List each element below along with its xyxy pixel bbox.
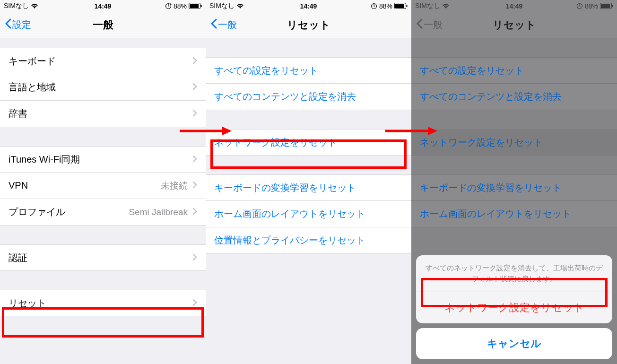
- row-label: VPN: [9, 180, 161, 191]
- row-reset-all-settings[interactable]: すべての設定をリセット: [206, 57, 411, 84]
- row-certificates[interactable]: 認証: [0, 244, 206, 271]
- row-label: ネットワーク設定をリセット: [420, 136, 608, 149]
- row-value: 未接続: [161, 180, 188, 192]
- row-reset-home-layout[interactable]: ホーム画面のレイアウトをリセット: [206, 201, 411, 227]
- row-erase-all-content: すべてのコンテンツと設定を消去: [411, 84, 617, 110]
- row-label: 位置情報とプライバシーをリセット: [214, 234, 403, 247]
- status-bar: SIMなし 14:49 88%: [0, 0, 206, 12]
- action-sheet: すべてのネットワーク設定を消去して、工場出荷時のデフォルト状態に戻します。 ネッ…: [416, 255, 612, 359]
- row-vpn[interactable]: VPN 未接続: [0, 173, 206, 199]
- screen-reset: SIMなし 14:49 88% 一般 リセット すべての設定をリセット: [206, 0, 411, 364]
- row-reset[interactable]: リセット: [0, 290, 206, 316]
- row-value: Semi Jailbreak: [129, 207, 188, 217]
- row-reset-network: ネットワーク設定をリセット: [411, 129, 617, 156]
- sheet-cancel-button[interactable]: キャンセル: [416, 328, 612, 359]
- row-label: リセット: [9, 297, 192, 310]
- row-reset-keyboard-dict[interactable]: キーボードの変換学習をリセット: [206, 174, 411, 201]
- row-label: ホーム画面のレイアウトをリセット: [214, 208, 403, 220]
- row-reset-location-privacy[interactable]: 位置情報とプライバシーをリセット: [206, 227, 411, 254]
- row-label: キーボード: [9, 55, 192, 68]
- nav-title: 一般: [0, 18, 206, 32]
- row-label: すべての設定をリセット: [420, 64, 608, 77]
- chevron-right-icon: [192, 82, 197, 93]
- row-label: すべてのコンテンツと設定を消去: [214, 90, 403, 103]
- clock: 14:49: [0, 2, 206, 10]
- clock: 14:49: [206, 2, 411, 10]
- chevron-right-icon: [192, 298, 197, 309]
- row-keyboard[interactable]: キーボード: [0, 48, 206, 74]
- screen-reset-confirm: SIMなし 14:49 88% 一般 リセット すべての設定をリセット: [411, 0, 617, 364]
- clock: 14:49: [411, 2, 617, 10]
- sheet-message: すべてのネットワーク設定を消去して、工場出荷時のデフォルト状態に戻します。: [416, 255, 612, 292]
- navbar: 設定 一般: [0, 12, 206, 38]
- row-label: プロファイル: [9, 206, 129, 218]
- navbar: 一般 リセット: [206, 12, 411, 38]
- navbar: 一般 リセット: [411, 12, 617, 38]
- row-label: キーボードの変換学習をリセット: [420, 182, 608, 194]
- row-label: すべてのコンテンツと設定を消去: [420, 90, 608, 103]
- nav-title: リセット: [411, 18, 617, 32]
- row-label: 言語と地域: [9, 81, 192, 94]
- chevron-right-icon: [192, 154, 197, 165]
- row-reset-all-settings: すべての設定をリセット: [411, 57, 617, 84]
- chevron-right-icon: [192, 56, 197, 67]
- sheet-confirm-button[interactable]: ネットワーク設定をリセット: [416, 292, 612, 323]
- row-label: キーボードの変換学習をリセット: [214, 182, 403, 194]
- row-label: ネットワーク設定をリセット: [214, 136, 403, 149]
- row-dictionary[interactable]: 辞書: [0, 101, 206, 127]
- nav-title: リセット: [206, 18, 411, 32]
- row-label: iTunes Wi-Fi同期: [9, 153, 192, 166]
- row-label: 認証: [9, 251, 192, 264]
- chevron-right-icon: [192, 207, 197, 217]
- row-reset-keyboard-dict: キーボードの変換学習をリセット: [411, 174, 617, 201]
- screen-general: SIMなし 14:49 88% 設定 一般 キーボード: [0, 0, 206, 364]
- chevron-right-icon: [192, 252, 197, 263]
- row-itunes-wifi-sync[interactable]: iTunes Wi-Fi同期: [0, 146, 206, 173]
- status-bar: SIMなし 14:49 88%: [411, 0, 617, 12]
- status-bar: SIMなし 14:49 88%: [206, 0, 411, 12]
- row-profile[interactable]: プロファイル Semi Jailbreak: [0, 199, 206, 225]
- row-reset-network[interactable]: ネットワーク設定をリセット: [206, 129, 411, 156]
- chevron-right-icon: [192, 180, 197, 191]
- row-label: ホーム画面のレイアウトをリセット: [420, 208, 608, 220]
- row-erase-all-content[interactable]: すべてのコンテンツと設定を消去: [206, 84, 411, 110]
- row-label: すべての設定をリセット: [214, 64, 403, 77]
- row-reset-home-layout: ホーム画面のレイアウトをリセット: [411, 201, 617, 227]
- row-language-region[interactable]: 言語と地域: [0, 74, 206, 101]
- row-label: 辞書: [9, 107, 192, 120]
- chevron-right-icon: [192, 108, 197, 119]
